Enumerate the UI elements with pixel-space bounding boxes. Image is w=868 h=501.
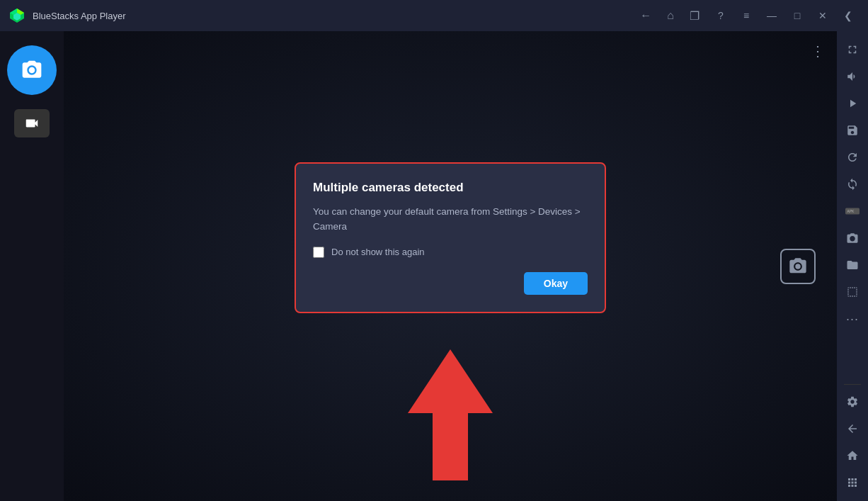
dialog-overlay: Multiple cameras detected You can change… [64,31,837,501]
bluestacks-logo-icon [8,7,25,24]
help-button[interactable]: ? [709,6,732,26]
sync-button[interactable] [840,171,865,197]
screenshot-button[interactable] [840,225,865,251]
svg-text:APK: APK [847,209,855,213]
video-icon [24,116,40,131]
do-not-show-checkbox[interactable] [313,247,324,258]
fullscreen-button[interactable] [840,37,865,62]
save-button[interactable] [840,118,865,143]
camera-dialog: Multiple cameras detected You can change… [295,162,606,313]
svg-marker-4 [408,349,493,480]
dialog-footer: Okay [313,272,588,295]
apps-icon [846,476,859,489]
camera-icon [21,59,43,81]
screenshot-icon [846,232,859,244]
settings-icon [846,395,859,408]
more-dots-icon: ··· [846,312,859,327]
divider [844,384,861,385]
titlebar: BlueStacks App Player ← ⌂ ❐ ? ≡ — □ ✕ ❮ [0,0,868,31]
minimize-button[interactable]: — [760,6,783,26]
app-title: BlueStacks App Player [33,11,630,21]
okay-button[interactable]: Okay [524,272,588,295]
checkbox-row: Do not show this again [313,247,588,258]
video-button[interactable] [14,109,50,137]
refresh-icon [846,151,859,164]
camera-button[interactable] [7,45,57,95]
dialog-title: Multiple cameras detected [313,181,588,195]
snapshot-icon [788,257,808,276]
left-sidebar [0,31,64,501]
home-icon [846,449,859,462]
apk-icon: APK [845,206,860,216]
titlebar-nav: ← ⌂ ❐ [637,6,702,26]
snapshot-button[interactable] [780,249,816,284]
apk-button[interactable]: APK [840,198,865,224]
more-button[interactable]: ··· [840,306,865,332]
dialog-body: You can change your default camera from … [313,205,588,234]
volume-button[interactable] [840,64,865,89]
layout-button[interactable] [840,279,865,305]
close-button[interactable]: ✕ [811,6,834,26]
window-controls: ? ≡ — □ ✕ ❮ [709,6,860,26]
checkbox-label: Do not show this again [331,247,425,257]
back-button[interactable] [840,416,865,441]
sync-icon [846,178,859,191]
play-button[interactable] [840,91,865,116]
back-nav-button[interactable]: ← [637,6,654,25]
sidebar-toggle-button[interactable]: ❮ [837,6,860,26]
windows-nav-button[interactable]: ❐ [687,6,702,26]
main-layout: ⋮ Multiple cameras detected You can chan… [0,31,868,501]
red-arrow-icon [394,342,507,484]
volume-icon [846,70,859,83]
maximize-button[interactable]: □ [786,6,809,26]
refresh-button[interactable] [840,145,865,170]
back-icon [846,422,859,435]
annotation-arrow [394,342,507,487]
apps-button[interactable] [840,470,865,495]
home-button[interactable] [840,443,865,468]
fullscreen-icon [846,43,859,56]
save-icon [846,124,859,137]
center-content: ⋮ Multiple cameras detected You can chan… [64,31,837,501]
home-nav-button[interactable]: ⌂ [664,6,677,25]
context-menu-button[interactable]: ⋮ [811,43,826,60]
folder-icon [846,259,859,271]
right-sidebar: APK ··· [837,31,868,501]
folder-button[interactable] [840,252,865,278]
layout-icon [846,286,859,298]
settings-button[interactable] [840,389,865,415]
play-icon [846,97,859,110]
menu-button[interactable]: ≡ [735,6,758,26]
